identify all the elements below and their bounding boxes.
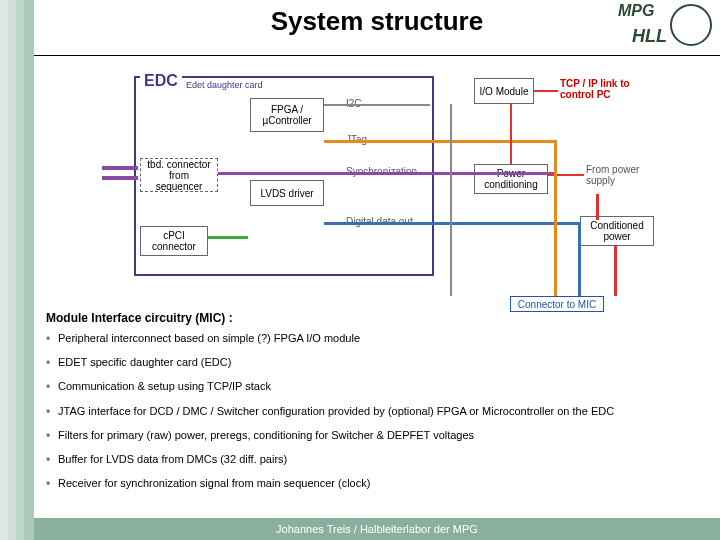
minerva-icon <box>670 4 712 46</box>
logo-text-hll: HLL <box>632 26 667 47</box>
decorative-left-strip <box>0 0 34 540</box>
conn-power-down <box>596 194 599 220</box>
box-tbd-connector: tbd. connector from sequencer <box>140 158 218 192</box>
box-conditioned-power: Conditioned power <box>580 216 654 246</box>
box-power-conditioning: Power conditioning <box>474 164 548 194</box>
label-from-ps: From power supply <box>586 164 646 186</box>
conn-digital-down <box>578 222 581 296</box>
block-diagram: EDC Edet daughter card FPGA / µControlle… <box>110 76 670 312</box>
bullet-list: Peripheral interconnect based on simple … <box>46 332 700 501</box>
conn-i2c-down <box>450 104 452 296</box>
conn-tcp <box>534 90 558 92</box>
box-cpci: cPCI connector <box>140 226 208 256</box>
box-lvds: LVDS driver <box>250 180 324 206</box>
conn-jtag-down <box>554 140 557 296</box>
conn-sync <box>218 172 554 175</box>
bullet-item: Communication & setup using TCP/IP stack <box>46 380 700 393</box>
footer-text: Johannes Treis / Halbleiterlabor der MPG <box>276 523 478 535</box>
slide-footer: Johannes Treis / Halbleiterlabor der MPG <box>34 518 720 540</box>
edc-title: EDC <box>140 72 182 90</box>
conn-condpower-down <box>614 246 617 296</box>
org-logo: MPG HLL <box>612 2 714 54</box>
conn-i2c <box>324 104 430 106</box>
box-connector-mic: Connector to MIC <box>510 296 604 312</box>
slide-header: System structure MPG HLL <box>34 0 720 56</box>
bullet-item: Receiver for synchronization signal from… <box>46 477 700 490</box>
label-tcpip: TCP / IP link to control PC <box>560 78 640 100</box>
conn-jtag <box>324 140 554 143</box>
arrow-seq-1 <box>102 166 138 170</box>
bullet-item: EDET specific daughter card (EDC) <box>46 356 700 369</box>
box-fpga: FPGA / µController <box>250 98 324 132</box>
bullet-item: JTAG interface for DCD / DMC / Switcher … <box>46 405 700 418</box>
edc-subtitle: Edet daughter card <box>186 80 263 90</box>
bullet-item: Buffer for LVDS data from DMCs (32 diff.… <box>46 453 700 466</box>
logo-text-mpg: MPG <box>618 2 654 20</box>
section-heading: Module Interface circuitry (MIC) : <box>46 311 233 325</box>
conn-io-to-power <box>510 104 512 164</box>
conn-cpci <box>208 236 248 239</box>
bullet-item: Filters for primary (raw) power, preregs… <box>46 429 700 442</box>
box-io-module: I/O Module <box>474 78 534 104</box>
bullet-item: Peripheral interconnect based on simple … <box>46 332 700 345</box>
arrow-seq-2 <box>102 176 138 180</box>
